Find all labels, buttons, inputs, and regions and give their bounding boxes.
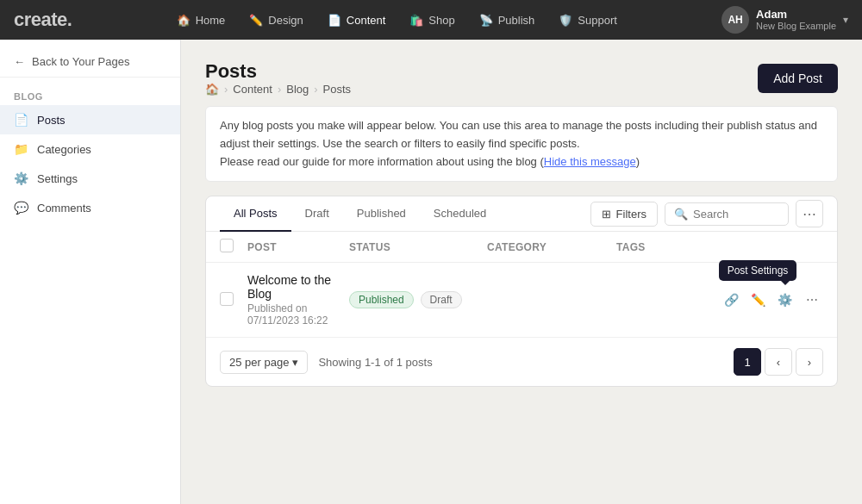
tab-published-label: Published xyxy=(357,207,406,220)
back-label: Back to Your Pages xyxy=(32,55,129,68)
pagination-bar: 25 per page ▾ Showing 1-1 of 1 posts 1 ‹… xyxy=(206,338,837,386)
sidebar-comments-label: Comments xyxy=(37,202,91,215)
shop-label: Shop xyxy=(428,14,454,27)
breadcrumb-sep3: › xyxy=(314,83,317,96)
showing-text: Showing 1-1 of 1 posts xyxy=(318,356,432,369)
topnav-content[interactable]: 📄 Content xyxy=(317,9,397,32)
home-label: Home xyxy=(196,14,226,27)
tabs-actions: ⊞ Filters 🔍 ⋯ xyxy=(590,200,823,227)
breadcrumb-blog[interactable]: Blog xyxy=(286,83,309,96)
gear-icon: ⚙️ xyxy=(778,293,792,307)
guide-line: Please read our guide for more informati… xyxy=(220,153,823,171)
copy-link-icon: 🔗 xyxy=(724,293,739,307)
support-label: Support xyxy=(578,14,617,27)
tab-scheduled[interactable]: Scheduled xyxy=(420,196,500,232)
header-tags-col: Tags xyxy=(616,241,720,253)
filter-label: Filters xyxy=(616,208,646,221)
user-chevron-icon[interactable]: ▾ xyxy=(843,14,848,26)
more-options-button[interactable]: ⋯ xyxy=(796,200,823,227)
sidebar-section-label: BLOG xyxy=(0,84,180,105)
topnav-home[interactable]: 🏠 Home xyxy=(166,9,236,32)
select-all-checkbox[interactable] xyxy=(220,239,234,252)
tabs-bar: All Posts Draft Published Scheduled ⊞ xyxy=(206,196,837,232)
row-post-col: Welcome to the Blog Published on 07/11/2… xyxy=(247,273,349,327)
post-settings-wrap: ⚙️ Post Settings xyxy=(772,288,796,312)
next-page-button[interactable]: › xyxy=(796,348,823,376)
shop-icon: 🛍️ xyxy=(409,14,423,27)
tab-scheduled-label: Scheduled xyxy=(434,207,486,220)
header-check-col xyxy=(220,239,247,255)
user-subtitle: New Blog Example xyxy=(756,21,836,32)
info-box: Any blog posts you make will appear belo… xyxy=(205,106,838,182)
content-label: Content xyxy=(347,14,386,27)
logo-text: create. xyxy=(14,9,72,30)
add-post-button[interactable]: Add Post xyxy=(758,64,838,93)
user-info: Adam New Blog Example xyxy=(756,8,836,33)
comments-icon: 💬 xyxy=(14,201,28,215)
posts-icon: 📄 xyxy=(14,113,28,127)
tabs: All Posts Draft Published Scheduled xyxy=(220,196,500,231)
breadcrumb: 🏠 › Content › Blog › Posts xyxy=(205,83,351,96)
copy-link-button[interactable]: 🔗 xyxy=(720,288,743,312)
page-header: Posts 🏠 › Content › Blog › Posts Add Pos… xyxy=(205,60,838,96)
publish-icon: 📡 xyxy=(479,14,493,27)
row-more-button[interactable]: ⋯ xyxy=(800,288,823,312)
per-page-chevron-icon: ▾ xyxy=(292,356,298,369)
topnav-links: 🏠 Home ✏️ Design 📄 Content 🛍️ Shop 📡 Pub… xyxy=(166,9,628,32)
post-settings-tooltip: Post Settings xyxy=(719,260,797,281)
prev-page-button[interactable]: ‹ xyxy=(765,348,792,376)
sidebar: ← Back to Your Pages BLOG 📄 Posts 📁 Cate… xyxy=(0,40,181,504)
header-category-col: Category xyxy=(487,241,616,253)
row-status-col: Published Draft xyxy=(349,291,487,308)
page-title: Posts xyxy=(205,60,351,83)
avatar[interactable]: AH xyxy=(721,6,749,34)
main-layout: ← Back to Your Pages BLOG 📄 Posts 📁 Cate… xyxy=(0,40,862,504)
badge-draft: Draft xyxy=(421,291,462,308)
row-more-icon: ⋯ xyxy=(806,293,818,307)
breadcrumb-home-icon[interactable]: 🏠 xyxy=(205,83,219,96)
page-controls: 1 ‹ › xyxy=(734,348,823,376)
breadcrumb-content[interactable]: Content xyxy=(233,83,272,96)
sidebar-categories-label: Categories xyxy=(37,143,91,156)
row-checkbox[interactable] xyxy=(220,292,234,306)
header-post-col: Post xyxy=(247,241,349,253)
page-1-button[interactable]: 1 xyxy=(734,348,761,376)
content-icon: 📄 xyxy=(328,14,341,27)
page-header-left: Posts 🏠 › Content › Blog › Posts xyxy=(205,60,351,96)
prev-icon: ‹ xyxy=(777,356,780,369)
edit-button[interactable]: ✏️ xyxy=(746,288,770,312)
tab-draft[interactable]: Draft xyxy=(291,196,343,232)
breadcrumb-sep1: › xyxy=(224,83,228,96)
sidebar-item-categories[interactable]: 📁 Categories xyxy=(0,134,180,164)
back-to-pages[interactable]: ← Back to Your Pages xyxy=(0,47,180,78)
design-label: Design xyxy=(268,14,303,27)
topnav-shop[interactable]: 🛍️ Shop xyxy=(399,9,465,32)
search-input[interactable] xyxy=(693,208,779,221)
home-icon: 🏠 xyxy=(177,14,191,27)
topnav: create. 🏠 Home ✏️ Design 📄 Content 🛍️ Sh… xyxy=(0,0,862,40)
filter-button[interactable]: ⊞ Filters xyxy=(590,202,658,227)
tab-published[interactable]: Published xyxy=(343,196,420,232)
sidebar-item-posts[interactable]: 📄 Posts xyxy=(0,105,180,134)
tab-all-posts[interactable]: All Posts xyxy=(220,196,291,232)
content-card: All Posts Draft Published Scheduled ⊞ xyxy=(205,196,838,387)
sidebar-item-settings[interactable]: ⚙️ Settings xyxy=(0,164,180,193)
badge-published: Published xyxy=(349,291,414,308)
hide-link[interactable]: Hide this message xyxy=(544,155,636,168)
avatar-initials: AH xyxy=(728,14,742,26)
settings-icon: ⚙️ xyxy=(14,171,28,185)
app-logo[interactable]: create. xyxy=(14,9,72,31)
topnav-support[interactable]: 🛡️ Support xyxy=(548,9,628,32)
per-page-select[interactable]: 25 per page ▾ xyxy=(220,351,308,374)
sidebar-settings-label: Settings xyxy=(37,172,78,185)
sidebar-item-comments[interactable]: 💬 Comments xyxy=(0,193,180,222)
dots-icon: ⋯ xyxy=(803,206,816,222)
categories-icon: 📁 xyxy=(14,142,28,156)
back-arrow-icon: ← xyxy=(14,55,25,68)
header-status-col: Status xyxy=(349,241,487,253)
post-settings-button[interactable]: ⚙️ xyxy=(772,288,796,312)
tab-all-label: All Posts xyxy=(234,207,278,220)
topnav-publish[interactable]: 📡 Publish xyxy=(469,9,546,32)
post-date: Published on 07/11/2023 16:22 xyxy=(247,302,349,327)
topnav-design[interactable]: ✏️ Design xyxy=(239,9,313,32)
